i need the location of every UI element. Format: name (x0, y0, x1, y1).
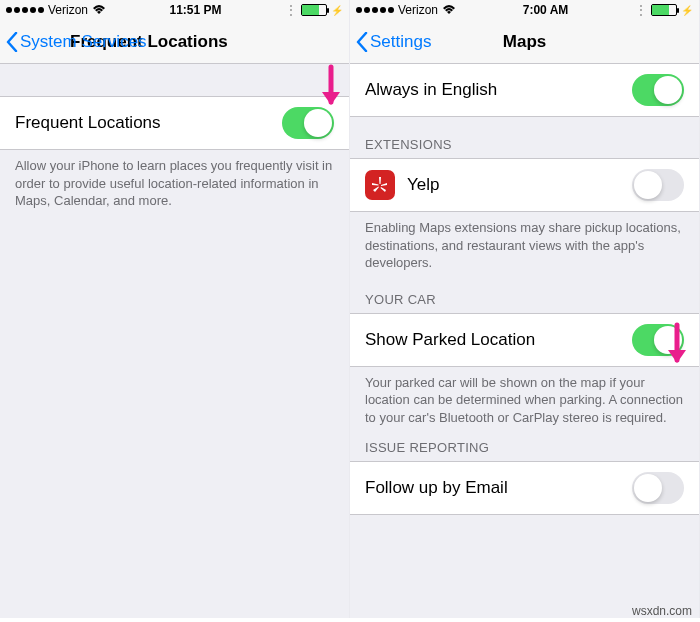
followup-row: Follow up by Email (350, 461, 699, 515)
frequent-locations-row: Frequent Locations (0, 96, 349, 150)
battery-icon (301, 4, 327, 16)
nav-bar: Settings Maps (350, 20, 699, 64)
section-header-extensions: EXTENSIONS (350, 117, 699, 158)
back-button[interactable]: System Services (0, 20, 147, 64)
wifi-icon (92, 5, 106, 15)
watermark: wsxdn.com (632, 604, 692, 618)
battery-icon (651, 4, 677, 16)
parked-location-row: Show Parked Location (350, 313, 699, 367)
footer-text-car: Your parked car will be shown on the map… (350, 367, 699, 427)
chevron-left-icon (356, 32, 368, 52)
back-button[interactable]: Settings (350, 20, 431, 64)
status-bar: Verizon 7:00 AM ⋮ ⚡ (350, 0, 699, 20)
footer-text: Allow your iPhone to learn places you fr… (0, 150, 349, 210)
carrier-label: Verizon (48, 3, 88, 17)
yelp-icon (365, 170, 395, 200)
bluetooth-icon: ⋮ (635, 3, 647, 17)
always-english-row: Always in English (350, 64, 699, 117)
page-title: Maps (503, 32, 546, 52)
section-header-issue: ISSUE REPORTING (350, 426, 699, 461)
followup-toggle[interactable] (632, 472, 684, 504)
always-english-toggle[interactable] (632, 74, 684, 106)
status-time: 7:00 AM (523, 3, 569, 17)
charging-icon: ⚡ (331, 5, 343, 16)
signal-icon (356, 7, 394, 13)
footer-text-extensions: Enabling Maps extensions may share picku… (350, 212, 699, 272)
row-label: Always in English (365, 80, 497, 100)
frequent-locations-toggle[interactable] (282, 107, 334, 139)
back-label: Settings (370, 32, 431, 52)
status-time: 11:51 PM (170, 3, 222, 17)
row-label: Show Parked Location (365, 330, 535, 350)
nav-bar: System Services Frequent Locations (0, 20, 349, 64)
yelp-toggle[interactable] (632, 169, 684, 201)
yelp-row: Yelp (350, 158, 699, 212)
chevron-left-icon (6, 32, 18, 52)
row-label: Follow up by Email (365, 478, 508, 498)
wifi-icon (442, 5, 456, 15)
row-label: Yelp (407, 175, 439, 195)
back-label: System Services (20, 32, 147, 52)
right-phone-screen: Verizon 7:00 AM ⋮ ⚡ Settings Maps Always… (350, 0, 700, 618)
bluetooth-icon: ⋮ (285, 3, 297, 17)
charging-icon: ⚡ (681, 5, 693, 16)
row-label: Frequent Locations (15, 113, 161, 133)
parked-location-toggle[interactable] (632, 324, 684, 356)
signal-icon (6, 7, 44, 13)
left-phone-screen: Verizon 11:51 PM ⋮ ⚡ System Services Fre… (0, 0, 350, 618)
section-header-your-car: YOUR CAR (350, 272, 699, 313)
status-bar: Verizon 11:51 PM ⋮ ⚡ (0, 0, 349, 20)
carrier-label: Verizon (398, 3, 438, 17)
